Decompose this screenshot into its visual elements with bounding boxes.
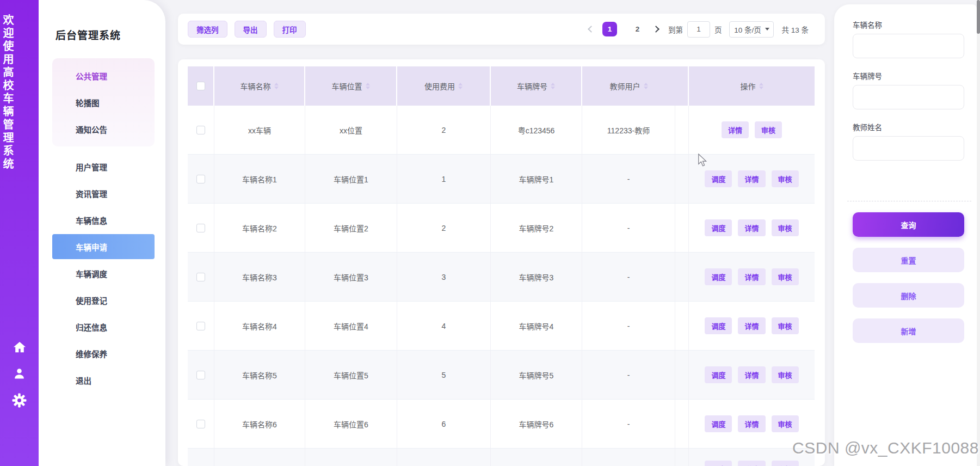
cell-spacer	[675, 400, 689, 448]
column-header[interactable]: 车辆位置	[305, 66, 397, 106]
column-header[interactable]: 教师用户	[582, 66, 675, 106]
cell-plate-number: 车辆牌号1	[491, 155, 582, 203]
sort-carets-icon[interactable]	[759, 83, 763, 89]
column-header[interactable]: 使用费用	[397, 66, 491, 106]
filter-field-input[interactable]	[853, 136, 964, 161]
scrollbar-thumb[interactable]	[977, 0, 980, 34]
column-header[interactable]: 车辆名称	[214, 66, 305, 106]
sort-carets-icon[interactable]	[458, 83, 463, 89]
sidebar-item-label: 轮播图	[76, 97, 100, 108]
sidebar-item[interactable]: 退出	[52, 367, 155, 393]
home-icon[interactable]	[12, 340, 27, 354]
sort-carets-icon[interactable]	[366, 83, 370, 89]
toolbar-button[interactable]: 打印	[274, 21, 306, 38]
filter-field-input[interactable]	[853, 85, 964, 109]
row-checkbox[interactable]	[196, 371, 205, 379]
sort-carets-icon[interactable]	[644, 83, 648, 89]
cell-spacer	[675, 302, 689, 350]
sidebar-item[interactable]: 轮播图	[52, 90, 155, 115]
brand-strip: 欢迎使用高校车辆管理系统	[0, 0, 39, 466]
page-scrollbar[interactable]	[977, 0, 980, 466]
query-button[interactable]: 查询	[853, 212, 964, 237]
row-action-button[interactable]: 详情	[738, 268, 765, 285]
row-action-button[interactable]: 详情	[738, 415, 765, 432]
page-size-select[interactable]: 10 条/页	[729, 21, 774, 38]
select-all-checkbox[interactable]	[196, 82, 205, 90]
row-action-button[interactable]: 详情	[738, 366, 765, 383]
sidebar-item[interactable]: 车辆调度	[52, 261, 155, 286]
row-action-button[interactable]: 审核	[772, 317, 799, 334]
panel-action-button[interactable]: 重置	[853, 248, 964, 272]
filter-field-input[interactable]	[853, 34, 964, 58]
user-icon[interactable]	[12, 366, 27, 381]
sidebar-item-public-management[interactable]: 公共管理	[52, 63, 155, 88]
cell-actions: 调度 详情 审核	[689, 253, 815, 301]
row-action-button[interactable]: 调度	[705, 219, 732, 236]
cell-teacher-user	[582, 449, 675, 466]
row-action-button[interactable]: 审核	[772, 268, 799, 285]
row-checkbox-cell	[188, 204, 214, 252]
row-action-button[interactable]: 审核	[772, 461, 799, 466]
sidebar-item[interactable]: 维修保养	[52, 341, 155, 366]
sidebar-item[interactable]: 用户管理	[52, 154, 155, 179]
toolbar-buttons: 筛选列 导出 打印	[188, 21, 306, 38]
row-action-button[interactable]: 审核	[772, 219, 799, 236]
row-action-button[interactable]: 审核	[772, 366, 799, 383]
sidebar-item[interactable]: 使用登记	[52, 287, 155, 312]
sidebar-item[interactable]: 归还信息	[52, 314, 155, 339]
cell-actions: 调度 详情 审核	[689, 155, 815, 203]
filter-field: 车辆名称	[853, 19, 964, 58]
actions-column-header[interactable]: 操作	[689, 66, 815, 106]
total-count-label: 共 13 条	[781, 24, 809, 35]
toolbar-button[interactable]: 筛选列	[188, 21, 227, 38]
row-checkbox[interactable]	[196, 175, 205, 183]
cell-usage-fee: 2	[397, 106, 491, 154]
row-action-button[interactable]: 调度	[705, 268, 732, 285]
sidebar-item[interactable]: 车辆申请	[52, 234, 155, 259]
row-action-button[interactable]: 详情	[722, 121, 749, 138]
next-page-button[interactable]	[651, 24, 661, 34]
toolbar-button[interactable]: 导出	[235, 21, 267, 38]
row-action-button[interactable]: 审核	[772, 170, 799, 187]
row-checkbox[interactable]	[196, 273, 205, 281]
row-action-button[interactable]: 详情	[738, 317, 765, 334]
row-checkbox[interactable]	[196, 126, 205, 134]
row-action-button[interactable]: 详情	[738, 461, 765, 466]
cell-actions: 调度 详情 审核	[689, 204, 815, 252]
page-number-button[interactable]: 2	[630, 22, 645, 36]
row-checkbox[interactable]	[196, 322, 205, 330]
prev-page-button[interactable]	[587, 24, 596, 34]
row-checkbox[interactable]	[196, 420, 205, 428]
cell-usage-fee: 4	[397, 302, 491, 350]
panel-action-button[interactable]: 新增	[853, 318, 964, 343]
gear-icon[interactable]	[12, 393, 27, 408]
goto-page-input[interactable]	[687, 21, 710, 38]
row-checkbox[interactable]	[196, 224, 205, 232]
row-action-button[interactable]: 详情	[738, 219, 765, 236]
sidebar-item[interactable]: 车辆信息	[52, 207, 155, 232]
sidebar-item[interactable]: 通知公告	[52, 116, 155, 142]
column-header[interactable]: 车辆牌号	[491, 66, 582, 106]
row-action-button[interactable]: 详情	[738, 170, 765, 187]
panel-action-button[interactable]: 删除	[853, 283, 964, 308]
cell-teacher-user: -	[582, 302, 675, 350]
page-size-value: 10 条/页	[734, 24, 761, 35]
row-action-button[interactable]: 审核	[772, 415, 799, 432]
sort-carets-icon[interactable]	[274, 83, 279, 89]
sort-carets-icon[interactable]	[551, 83, 555, 89]
row-action-button[interactable]: 调度	[705, 461, 732, 466]
toolbar: 筛选列 导出 打印 1 2 到第 页 10 条/页 共 13 条	[178, 14, 825, 45]
row-action-button[interactable]: 调度	[705, 415, 732, 432]
row-action-button[interactable]: 审核	[755, 121, 782, 138]
sidebar-item-label: 公共管理	[76, 70, 107, 82]
chevron-right-icon	[652, 26, 660, 33]
sidebar-item[interactable]: 资讯管理	[52, 181, 155, 206]
row-action-button[interactable]: 调度	[705, 170, 732, 187]
page-number-button[interactable]: 1	[602, 22, 617, 36]
goto-prefix-label: 到第	[668, 24, 683, 35]
sidebar-item-label: 车辆调度	[76, 268, 107, 279]
row-action-button[interactable]: 调度	[705, 317, 732, 334]
cell-usage-fee: 2	[397, 204, 491, 252]
cell-spacer	[675, 204, 689, 252]
row-action-button[interactable]: 调度	[705, 366, 732, 383]
